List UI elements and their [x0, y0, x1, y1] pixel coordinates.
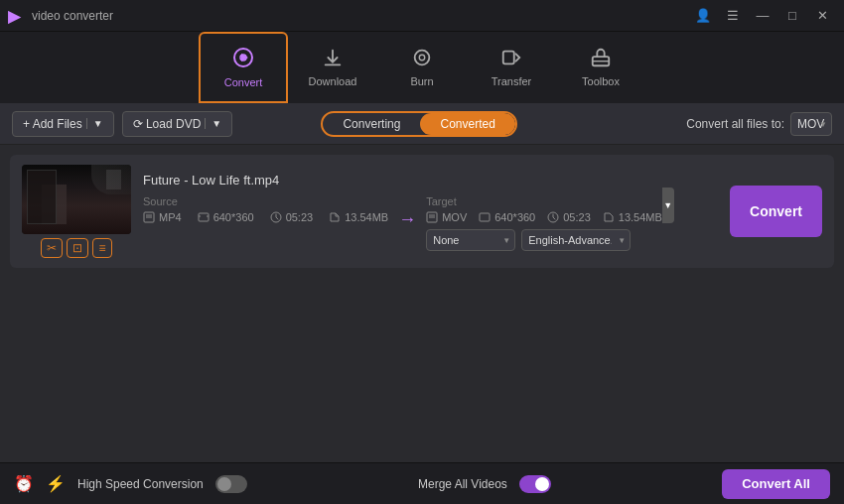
resolution-icon	[198, 211, 210, 223]
source-block: Source MP4	[143, 195, 388, 229]
toolbox-icon	[590, 47, 612, 71]
target-format-icon	[426, 211, 438, 223]
thumb-action-btns: ✂ ⊡ ≡	[41, 238, 111, 258]
thumbnail-container: ✂ ⊡ ≡	[22, 165, 131, 258]
nav-item-convert[interactable]: Convert	[199, 32, 288, 103]
convert-all-control: Convert all files to: MOV MP4 AVI MKV	[686, 112, 832, 136]
file-info: Future - Low Life ft.mp4 Source MP4	[143, 173, 718, 251]
subtitle-select[interactable]: None English	[426, 229, 515, 251]
nav-label-toolbox: Toolbox	[582, 75, 620, 87]
arrow-right: →	[398, 209, 416, 230]
source-duration: 05:23	[286, 211, 314, 223]
source-format-item: MP4	[143, 211, 182, 223]
target-duration-item: 05:23	[547, 211, 591, 223]
cut-button[interactable]: ✂	[41, 238, 63, 258]
size-icon	[329, 211, 341, 223]
nav-bar: Convert Download Burn Transfer	[0, 32, 844, 103]
target-size-icon	[603, 211, 615, 223]
app-title: video converter	[32, 9, 113, 23]
thumb-scene	[22, 165, 131, 234]
title-bar-controls: 👤 ☰ — □ ✕	[689, 5, 836, 27]
nav-item-download[interactable]: Download	[288, 32, 377, 103]
schedule-icon[interactable]: ⏰	[14, 474, 34, 493]
hamburger-button[interactable]: ☰	[719, 5, 747, 27]
convert-button[interactable]: Convert	[730, 186, 822, 237]
target-res-icon	[479, 211, 491, 223]
converted-tab[interactable]: Converted	[420, 113, 514, 135]
content-area: ✂ ⊡ ≡ Future - Low Life ft.mp4 Source	[0, 145, 844, 462]
transfer-icon	[500, 47, 522, 71]
source-size-item: 13.54MB	[329, 211, 388, 223]
source-label: Source	[143, 195, 388, 207]
crop-button[interactable]: ⊡	[67, 238, 88, 258]
audio-select-wrapper[interactable]: English-Advance... None	[521, 229, 631, 251]
add-files-button[interactable]: + Add Files ▼	[12, 111, 114, 137]
close-button[interactable]: ✕	[808, 5, 836, 27]
target-resolution-item: 640*360	[479, 211, 535, 223]
target-meta-row: MOV 640*360	[426, 211, 662, 223]
nav-item-burn[interactable]: Burn	[377, 32, 467, 103]
nav-label-burn: Burn	[410, 75, 433, 87]
source-meta-row: MP4 640*360	[143, 211, 388, 223]
title-bar: ▶ video converter 👤 ☰ — □ ✕	[0, 0, 844, 32]
file-item: ✂ ⊡ ≡ Future - Low Life ft.mp4 Source	[10, 155, 834, 268]
user-button[interactable]: 👤	[689, 5, 717, 27]
source-resolution-item: 640*360	[198, 211, 254, 223]
source-format: MP4	[159, 211, 182, 223]
high-speed-toggle[interactable]	[215, 475, 247, 493]
high-speed-toggle-knob	[217, 477, 231, 491]
settings-button[interactable]: ≡	[92, 238, 111, 258]
file-thumbnail	[22, 165, 131, 234]
target-dur-icon	[547, 211, 559, 223]
add-files-arrow[interactable]: ▼	[86, 118, 103, 129]
format-select-wrapper[interactable]: MOV MP4 AVI MKV	[790, 112, 832, 136]
target-size: 13.54MB	[619, 211, 662, 223]
app-logo: ▶	[8, 7, 26, 25]
target-resolution: 640*360	[494, 211, 535, 223]
source-size: 13.54MB	[345, 211, 388, 223]
convert-all-button[interactable]: Convert All	[722, 469, 830, 499]
status-tab-group: Converting Converted	[321, 111, 516, 137]
nav-label-convert: Convert	[224, 76, 263, 88]
svg-rect-5	[503, 51, 514, 63]
toolbar: + Add Files ▼ ⟳ Load DVD ▼ Converting Co…	[0, 103, 844, 145]
svg-rect-11	[199, 213, 209, 221]
svg-rect-18	[480, 213, 490, 221]
nav-item-transfer[interactable]: Transfer	[467, 32, 556, 103]
merge-toggle[interactable]	[519, 475, 551, 493]
merge-label: Merge All Videos	[418, 477, 507, 491]
speed-icon: ⚡	[46, 474, 66, 493]
convert-all-label: Convert all files to:	[686, 117, 784, 131]
target-format: MOV	[442, 211, 467, 223]
target-label: Target	[426, 195, 662, 207]
subtitle-select-wrapper[interactable]: None English	[426, 229, 515, 251]
target-block: Target MOV	[426, 195, 662, 251]
convert-icon	[231, 46, 255, 72]
maximize-button[interactable]: □	[778, 5, 806, 27]
format-select[interactable]: MOV MP4 AVI MKV	[790, 112, 832, 136]
audio-select[interactable]: English-Advance... None	[521, 229, 631, 251]
add-files-label: + Add Files	[23, 117, 82, 131]
burn-icon	[411, 47, 433, 71]
nav-item-toolbox[interactable]: Toolbox	[556, 32, 645, 103]
svg-point-3	[415, 50, 430, 64]
target-size-item: 13.54MB	[603, 211, 662, 223]
nav-label-transfer: Transfer	[492, 75, 532, 87]
file-name: Future - Low Life ft.mp4	[143, 173, 718, 188]
title-bar-left: ▶ video converter	[8, 7, 113, 25]
nav-label-download: Download	[309, 75, 357, 87]
source-resolution: 640*360	[213, 211, 254, 223]
duration-icon	[270, 211, 282, 223]
target-format-item: MOV	[426, 211, 467, 223]
expand-button[interactable]: ▼	[662, 188, 674, 223]
bottom-bar: ⏰ ⚡ High Speed Conversion Merge All Vide…	[0, 462, 844, 504]
converting-tab[interactable]: Converting	[323, 113, 420, 135]
load-dvd-arrow[interactable]: ▼	[205, 118, 221, 129]
load-dvd-label: ⟳ Load DVD	[133, 117, 202, 131]
download-icon	[322, 47, 344, 71]
svg-point-4	[419, 55, 425, 61]
target-duration: 05:23	[563, 211, 591, 223]
minimize-button[interactable]: —	[749, 5, 776, 27]
format-icon	[143, 211, 155, 223]
load-dvd-button[interactable]: ⟳ Load DVD ▼	[122, 111, 233, 137]
